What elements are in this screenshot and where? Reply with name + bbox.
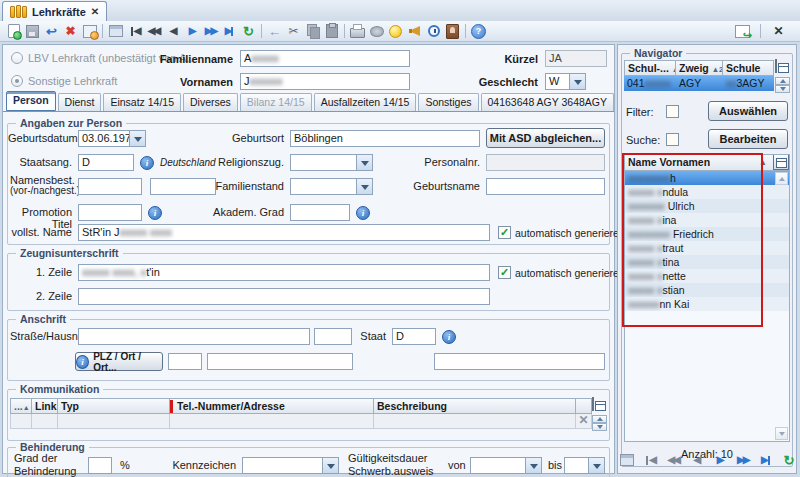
von-select[interactable] <box>470 457 542 474</box>
schul-column-header[interactable]: Schul-... ▲1 <box>624 60 676 76</box>
record-view-button[interactable] <box>618 452 636 469</box>
list-item[interactable]: xxxxx xnette <box>625 269 789 283</box>
tab-close-icon[interactable]: ✕ <box>91 6 99 17</box>
nav-last-button[interactable]: ▶ <box>757 452 775 469</box>
list-item[interactable]: xxxxx xstian <box>625 283 789 297</box>
nav-forward-button[interactable]: ▶ <box>182 23 201 40</box>
switch-window-button[interactable]: ↪ <box>733 23 752 40</box>
new-record-button[interactable] <box>4 23 23 40</box>
scroll-up-arrow[interactable] <box>775 172 788 185</box>
chevron-down-icon[interactable] <box>570 73 586 90</box>
info-icon[interactable]: i <box>140 156 154 170</box>
nav-forward-button[interactable]: ▶ <box>711 452 729 469</box>
radio-lbv-lehrkraft[interactable] <box>11 52 23 64</box>
typ-column-header[interactable]: Typ <box>58 398 170 414</box>
chevron-down-icon[interactable] <box>357 178 373 195</box>
table-cell[interactable] <box>32 414 58 429</box>
suche-checkbox[interactable] <box>666 133 679 146</box>
zeile2-field[interactable] <box>78 288 490 305</box>
nav-fastback-button[interactable]: ◀◀ <box>144 23 163 40</box>
strasse-field[interactable] <box>78 328 310 345</box>
table-settings-button[interactable] <box>775 59 777 73</box>
radio-sonstige-lehrkraft[interactable] <box>11 75 23 87</box>
nav-last-button[interactable]: ▶ <box>220 23 239 40</box>
info-icon[interactable]: i <box>356 206 370 220</box>
nav-first-button[interactable]: ◀ <box>125 23 144 40</box>
chevron-down-icon[interactable] <box>526 457 542 474</box>
familienname-field[interactable]: Axxxxx <box>240 50 410 67</box>
clear-row-icon[interactable]: ✕ <box>576 414 592 429</box>
vollst-name-field[interactable]: StR'in Jxxxxx xxxx <box>78 224 490 241</box>
tab-schule[interactable]: 04163648 AGY 3648AGY <box>481 93 615 111</box>
akadem-grad-field[interactable] <box>290 204 350 221</box>
list-item[interactable]: xxxxxxxx Friedrich <box>625 227 789 241</box>
autogen-checkbox[interactable]: ✓ <box>498 226 511 239</box>
namensbest-vor-field[interactable] <box>78 178 142 195</box>
grad-field[interactable] <box>88 457 112 474</box>
help-button[interactable]: ? <box>469 23 488 40</box>
staatsang-field[interactable]: D <box>78 154 134 171</box>
copy-button[interactable] <box>303 23 322 40</box>
scroll-down-arrow[interactable] <box>775 427 788 440</box>
undo-button[interactable]: ↩ <box>42 23 61 40</box>
list-item[interactable]: xxxxx xina <box>625 213 789 227</box>
table-settings-button[interactable] <box>773 154 789 170</box>
geschlecht-select[interactable]: W <box>545 73 586 90</box>
familienstand-select[interactable] <box>290 178 373 195</box>
reminder-button[interactable] <box>424 23 443 40</box>
row-down-spinner[interactable] <box>592 423 607 431</box>
scroll-down-spinner[interactable] <box>775 85 790 93</box>
chevron-down-icon[interactable] <box>130 130 146 147</box>
plz-field[interactable] <box>168 353 202 370</box>
zweig-column-header[interactable]: Zweig ▲2 <box>676 60 723 76</box>
promotion-field[interactable] <box>78 204 142 221</box>
geburtsname-field[interactable] <box>486 178 605 195</box>
save-button[interactable] <box>23 23 42 40</box>
tab-sonstiges[interactable]: Sonstiges <box>418 93 478 111</box>
kennzeichen-select[interactable] <box>242 457 339 474</box>
auswaehlen-button[interactable]: Auswählen <box>708 101 788 121</box>
vornamen-field[interactable]: Jxxxxxx <box>240 73 410 90</box>
info-icon[interactable]: i <box>442 330 456 344</box>
bis-select[interactable] <box>564 457 605 474</box>
close-view-button[interactable]: ✕ <box>769 23 788 40</box>
tab-ausfallzeiten[interactable]: Ausfallzeiten 14/15 <box>314 93 417 111</box>
nav-back-button[interactable]: ◀ <box>163 23 182 40</box>
back-button[interactable]: ← <box>265 23 284 40</box>
chevron-down-icon[interactable] <box>357 154 373 171</box>
nav-first-button[interactable]: ◀ <box>641 452 659 469</box>
sort-column-header[interactable]: ...▲ <box>10 398 32 414</box>
tab-dienst[interactable]: Dienst <box>58 93 102 111</box>
list-item[interactable]: xxxxxxx Ulrich <box>625 199 789 213</box>
names-list-header[interactable]: Name Vornamen ▲ <box>625 155 789 171</box>
info-icon[interactable]: i <box>148 206 162 220</box>
ort-field[interactable] <box>207 353 353 370</box>
tab-diverses[interactable]: Diverses <box>183 93 238 111</box>
mit-asd-abgleichen-button[interactable]: Mit ASD abgleichen... <box>486 128 605 148</box>
plz-ort-button[interactable]: iPLZ / Ort / Ort... <box>75 352 163 371</box>
tab-lehrkraefte[interactable]: Lehrkräfte ✕ <box>2 1 107 21</box>
hausnr-field[interactable] <box>314 328 352 345</box>
bearbeiten-button[interactable]: Bearbeiten <box>708 129 788 149</box>
table-settings-button[interactable] <box>592 397 594 411</box>
export-button[interactable] <box>367 23 386 40</box>
nav-fastforward-button[interactable]: ▶▶ <box>201 23 220 40</box>
filter-checkbox[interactable] <box>666 105 679 118</box>
schule-column-header[interactable]: Schule <box>723 60 774 76</box>
table-cell[interactable] <box>374 414 576 429</box>
nav-fastback-button[interactable]: ◀◀ <box>664 452 682 469</box>
tel-column-header[interactable]: Tel.-Nummer/Adresse <box>170 398 374 414</box>
announce-button[interactable] <box>405 23 424 40</box>
table-cell[interactable] <box>170 414 374 429</box>
edit-form-button[interactable] <box>80 23 99 40</box>
hint-button[interactable] <box>386 23 405 40</box>
scroll-up-spinner[interactable] <box>775 77 790 85</box>
window-view-button[interactable] <box>106 23 125 40</box>
nav-fastforward-button[interactable]: ▶▶ <box>734 452 752 469</box>
staat-field[interactable]: D <box>392 328 436 345</box>
refresh-button[interactable]: ↻ <box>239 23 258 40</box>
school-row-selected[interactable]: 041xxxxx AGY xx3AGY <box>624 76 774 91</box>
tab-person[interactable]: Person <box>6 91 56 111</box>
religionszug-select[interactable] <box>290 154 373 171</box>
chevron-down-icon[interactable] <box>323 457 339 474</box>
